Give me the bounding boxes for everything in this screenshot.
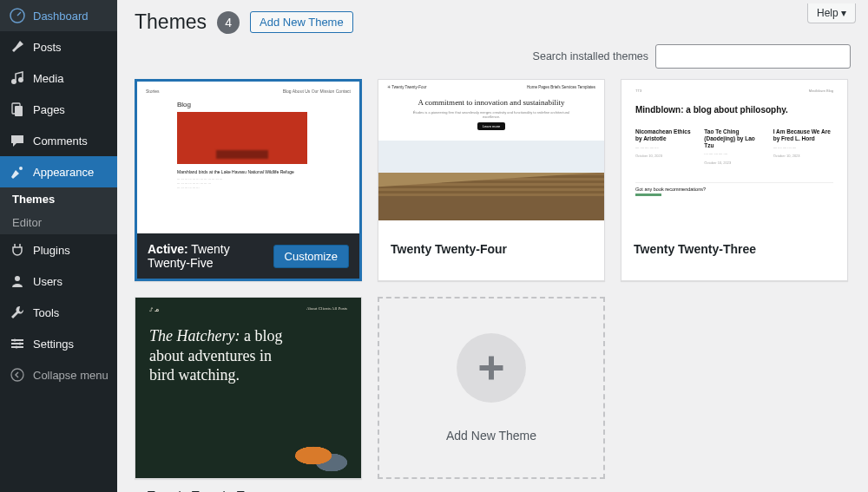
screen-meta-links: Help ▾ xyxy=(807,3,856,23)
svg-point-12 xyxy=(16,346,18,349)
users-icon xyxy=(9,272,26,290)
sidebar-label: Pages xyxy=(33,103,65,116)
svg-point-13 xyxy=(11,369,23,381)
sidebar-label: Dashboard xyxy=(33,10,89,23)
theme-screenshot: StoriesBlog About Us Our Mission Contact… xyxy=(137,82,359,233)
add-new-card-label: Add New Theme xyxy=(446,429,536,443)
theme-name: Twenty Twenty-Three xyxy=(621,232,847,266)
sidebar-label: Tools xyxy=(33,306,59,319)
add-new-theme-card[interactable]: Add New Theme xyxy=(378,297,605,479)
svg-point-11 xyxy=(19,343,22,345)
media-icon xyxy=(9,69,26,87)
svg-point-6 xyxy=(15,276,20,281)
sidebar-item-users[interactable]: Users xyxy=(0,266,117,297)
search-row: Search installed themes xyxy=(135,44,851,69)
sidebar-item-media[interactable]: Media xyxy=(0,62,117,94)
sidebar-label: Users xyxy=(33,275,62,288)
sidebar-label: Collapse menu xyxy=(33,369,108,382)
sidebar-item-dashboard[interactable]: Dashboard xyxy=(0,0,117,31)
admin-sidebar: Dashboard Posts Media Pages Comments App… xyxy=(0,0,117,492)
dashboard-icon xyxy=(9,7,26,24)
sidebar-label: Settings xyxy=(33,338,74,351)
svg-rect-4 xyxy=(15,106,23,116)
svg-rect-7 xyxy=(11,339,23,341)
svg-rect-8 xyxy=(11,343,23,344)
sidebar-label: Plugins xyxy=(33,244,70,257)
page-icon xyxy=(9,101,26,118)
search-input[interactable] xyxy=(655,44,851,69)
appearance-icon xyxy=(9,163,26,180)
sidebar-item-posts[interactable]: Posts xyxy=(0,31,117,62)
theme-card-active[interactable]: StoriesBlog About Us Our Mission Contact… xyxy=(135,79,362,281)
add-new-theme-button[interactable]: Add New Theme xyxy=(250,11,353,33)
main-content: Help ▾ Themes 4 Add New Theme Search ins… xyxy=(117,0,868,492)
svg-point-10 xyxy=(14,339,16,342)
theme-card[interactable]: ✳ Twenty Twenty-FourHome Pages Briefs Se… xyxy=(378,79,605,281)
sidebar-item-collapse[interactable]: Collapse menu xyxy=(0,359,117,390)
svg-rect-15 xyxy=(480,365,503,371)
theme-name: Twenty Twenty-Two xyxy=(135,478,361,492)
help-toggle[interactable]: Help ▾ xyxy=(807,3,856,23)
theme-screenshot: ᔑᓄAbout Clients All Posts The Hatchery: … xyxy=(135,298,361,478)
sidebar-item-comments[interactable]: Comments xyxy=(0,125,117,156)
sidebar-label: Appearance xyxy=(33,166,94,179)
sidebar-item-plugins[interactable]: Plugins xyxy=(0,234,117,266)
svg-point-5 xyxy=(19,167,23,170)
collapse-icon xyxy=(9,366,26,384)
sidebar-submenu-appearance: Themes Editor xyxy=(0,187,117,234)
active-theme-footer: Active: Twenty Twenty-Five Customize xyxy=(137,233,359,279)
settings-icon xyxy=(9,335,26,352)
theme-card[interactable]: ᔑᓄAbout Clients All Posts The Hatchery: … xyxy=(135,297,362,479)
comments-icon xyxy=(9,132,26,149)
sidebar-label: Media xyxy=(33,72,63,85)
plus-icon xyxy=(457,333,526,403)
sidebar-item-pages[interactable]: Pages xyxy=(0,94,117,125)
sidebar-sub-themes[interactable]: Themes xyxy=(0,187,117,211)
sidebar-item-tools[interactable]: Tools xyxy=(0,297,117,328)
theme-screenshot: TT3Mindblown Blog Mindblown: a blog abou… xyxy=(621,80,847,232)
page-header: Themes 4 Add New Theme xyxy=(135,10,851,34)
themes-grid: StoriesBlog About Us Our Mission Contact… xyxy=(135,79,851,479)
tools-icon xyxy=(9,304,26,321)
sidebar-sub-editor[interactable]: Editor xyxy=(0,211,117,234)
sidebar-label: Posts xyxy=(33,41,62,54)
sidebar-item-settings[interactable]: Settings xyxy=(0,328,117,359)
customize-button[interactable]: Customize xyxy=(273,245,349,268)
active-prefix: Active: xyxy=(148,242,188,256)
theme-count-badge: 4 xyxy=(217,11,240,34)
plugins-icon xyxy=(9,241,26,259)
sidebar-item-appearance[interactable]: Appearance xyxy=(0,156,117,187)
theme-screenshot: ✳ Twenty Twenty-FourHome Pages Briefs Se… xyxy=(378,80,604,232)
pin-icon xyxy=(9,38,26,56)
sidebar-label: Comments xyxy=(33,134,88,148)
theme-card[interactable]: TT3Mindblown Blog Mindblown: a blog abou… xyxy=(621,79,848,281)
theme-name: Twenty Twenty-Four xyxy=(378,232,604,266)
search-label: Search installed themes xyxy=(533,50,648,62)
page-title: Themes xyxy=(135,10,207,34)
